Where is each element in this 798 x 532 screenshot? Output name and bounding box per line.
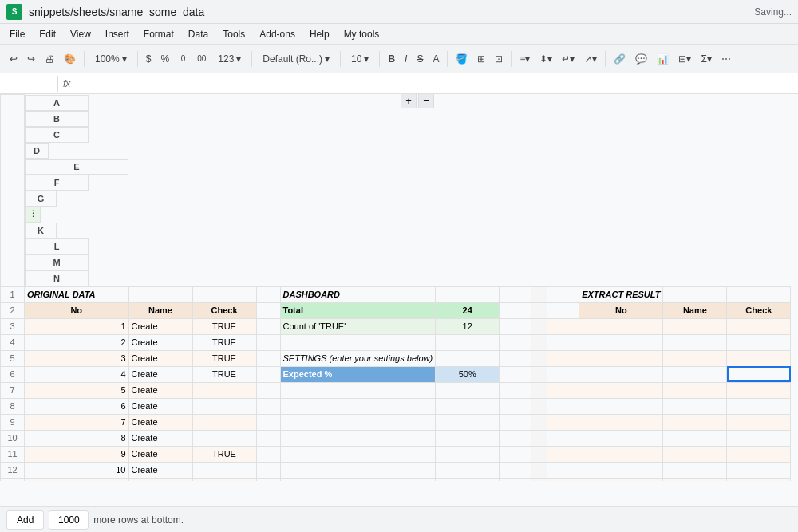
cell-3-K[interactable] bbox=[547, 318, 579, 334]
cell-9-N[interactable] bbox=[727, 414, 791, 430]
cell-1-A[interactable]: ORIGINAL DATA bbox=[25, 286, 129, 302]
cell-1-D[interactable] bbox=[256, 286, 280, 302]
valign-button[interactable]: ⬍▾ bbox=[536, 49, 555, 69]
cell-6-N[interactable] bbox=[727, 366, 791, 382]
cell-8-F[interactable] bbox=[436, 398, 500, 414]
func-button[interactable]: Σ▾ bbox=[697, 49, 714, 69]
menu-format[interactable]: Format bbox=[137, 27, 180, 41]
cell-4-N[interactable] bbox=[727, 334, 791, 350]
document-title[interactable]: snippets/sheets/sname_some_data bbox=[29, 6, 748, 18]
cell-10-F[interactable] bbox=[436, 430, 500, 446]
col-header-b[interactable]: B bbox=[25, 111, 89, 127]
cell-10-C[interactable] bbox=[192, 430, 256, 446]
cell-6-L[interactable] bbox=[579, 366, 663, 382]
cell-2-A[interactable]: No bbox=[25, 302, 129, 318]
cell-12-B[interactable]: Create bbox=[128, 462, 192, 478]
cell-12-A[interactable]: 10 bbox=[25, 462, 129, 478]
cell-10-E[interactable] bbox=[280, 430, 436, 446]
cell-5-M[interactable] bbox=[663, 350, 727, 366]
cell-13-A[interactable]: 11 bbox=[25, 478, 129, 481]
cell-11-L[interactable] bbox=[579, 446, 663, 462]
cell-8-L[interactable] bbox=[579, 398, 663, 414]
menu-edit[interactable]: Edit bbox=[33, 27, 62, 41]
cell-1-E[interactable]: DASHBOARD bbox=[280, 286, 436, 302]
cell-8-G[interactable] bbox=[500, 398, 531, 414]
cell-5-L[interactable] bbox=[579, 350, 663, 366]
cell-1-F[interactable] bbox=[436, 286, 500, 302]
cell-12-N[interactable] bbox=[727, 462, 791, 478]
col-header-n[interactable]: N bbox=[25, 270, 89, 286]
cell-8-E[interactable] bbox=[280, 398, 436, 414]
col-header-l[interactable]: L bbox=[25, 238, 89, 254]
cell-1-B[interactable] bbox=[128, 286, 192, 302]
cell-6-F[interactable]: 50% bbox=[436, 366, 500, 382]
cell-7-L[interactable] bbox=[579, 382, 663, 398]
cell-2-G[interactable] bbox=[500, 302, 531, 318]
menu-addons[interactable]: Add-ons bbox=[253, 27, 302, 41]
link-button[interactable]: 🔗 bbox=[610, 49, 629, 69]
cell-7-B[interactable]: Create bbox=[128, 382, 192, 398]
cell-6-B[interactable]: Create bbox=[128, 366, 192, 382]
cell-5-C[interactable]: TRUE bbox=[192, 350, 256, 366]
cell-12-D[interactable] bbox=[256, 462, 280, 478]
cell-11-F[interactable] bbox=[436, 446, 500, 462]
cell-3-G[interactable] bbox=[500, 318, 531, 334]
zoom-dropdown[interactable]: 100% ▾ bbox=[89, 49, 132, 69]
cell-4-K[interactable] bbox=[547, 334, 579, 350]
rotate-button[interactable]: ↗▾ bbox=[581, 49, 600, 69]
cell-12-G[interactable] bbox=[500, 462, 531, 478]
cell-7-E[interactable] bbox=[280, 382, 436, 398]
cell-4-B[interactable]: Create bbox=[128, 334, 192, 350]
cell-10-N[interactable] bbox=[727, 430, 791, 446]
cell-8-D[interactable] bbox=[256, 398, 280, 414]
font-name-dropdown[interactable]: Default (Ro...) ▾ bbox=[257, 49, 335, 69]
strikethrough-button[interactable]: S bbox=[413, 49, 426, 69]
cell-5-N[interactable] bbox=[727, 350, 791, 366]
cell-11-B[interactable]: Create bbox=[128, 446, 192, 462]
col-header-g[interactable]: G bbox=[25, 191, 57, 207]
cell-8-A[interactable]: 6 bbox=[25, 398, 129, 414]
col-header-k[interactable]: K bbox=[25, 223, 57, 238]
cell-8-N[interactable] bbox=[727, 398, 791, 414]
menu-help[interactable]: Help bbox=[303, 27, 336, 41]
cell-11-M[interactable] bbox=[663, 446, 727, 462]
comment-button[interactable]: 💬 bbox=[632, 49, 650, 69]
cell-13-C[interactable] bbox=[192, 478, 256, 481]
cell-8-C[interactable] bbox=[192, 398, 256, 414]
col-header-f[interactable]: F bbox=[25, 175, 89, 191]
col-header-gap[interactable]: ⋮ bbox=[25, 207, 41, 223]
cell-12-M[interactable] bbox=[663, 462, 727, 478]
cell-7-D[interactable] bbox=[256, 382, 280, 398]
cell-2-L[interactable]: No bbox=[579, 302, 663, 318]
cell-10-M[interactable] bbox=[663, 430, 727, 446]
cell-7-G[interactable] bbox=[500, 382, 531, 398]
cell-3-D[interactable] bbox=[256, 318, 280, 334]
print-button[interactable]: 🖨 bbox=[41, 49, 57, 69]
cell-13-B[interactable]: Create bbox=[128, 478, 192, 481]
cell-13-D[interactable] bbox=[256, 478, 280, 481]
cell-10-G[interactable] bbox=[500, 430, 531, 446]
cell-11-E[interactable] bbox=[280, 446, 436, 462]
cell-10-A[interactable]: 8 bbox=[25, 430, 129, 446]
menu-insert[interactable]: Insert bbox=[99, 27, 136, 41]
cell-5-D[interactable] bbox=[256, 350, 280, 366]
cell-7-K[interactable] bbox=[547, 382, 579, 398]
cell-13-L[interactable] bbox=[579, 478, 663, 481]
cell-6-K[interactable] bbox=[547, 366, 579, 382]
grid-container[interactable]: A B C D E F G ⋮ K L M N 1 ORI bbox=[0, 94, 798, 481]
menu-file[interactable]: File bbox=[3, 27, 31, 41]
cell-12-E[interactable] bbox=[280, 462, 436, 478]
cell-11-D[interactable] bbox=[256, 446, 280, 462]
cell-12-F[interactable] bbox=[436, 462, 500, 478]
cell-5-G[interactable] bbox=[500, 350, 531, 366]
cell-3-C[interactable]: TRUE bbox=[192, 318, 256, 334]
cell-10-B[interactable]: Create bbox=[128, 430, 192, 446]
cell-6-E[interactable]: Expected % bbox=[280, 366, 436, 382]
cell-4-A[interactable]: 2 bbox=[25, 334, 129, 350]
cell-12-K[interactable] bbox=[547, 462, 579, 478]
cell-7-F[interactable] bbox=[436, 382, 500, 398]
col-header-m[interactable]: M bbox=[25, 254, 89, 270]
cell-11-N[interactable] bbox=[727, 446, 791, 462]
cell-10-L[interactable] bbox=[579, 430, 663, 446]
cell-1-K[interactable] bbox=[547, 286, 579, 302]
